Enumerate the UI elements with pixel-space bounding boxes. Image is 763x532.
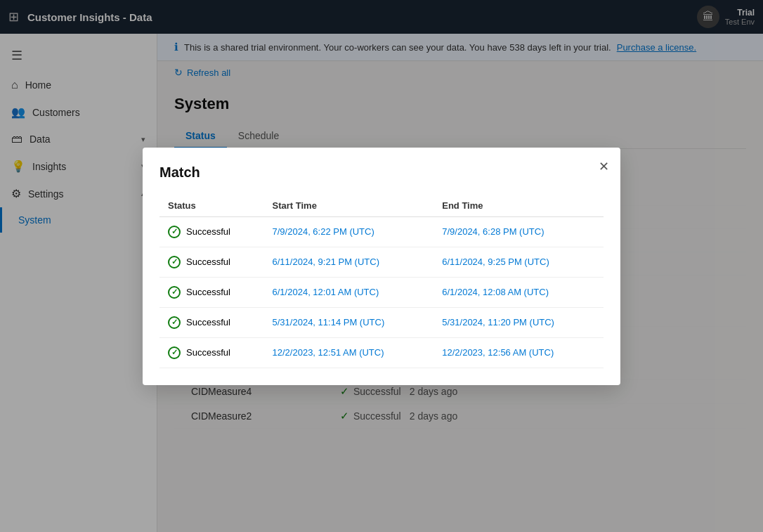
modal-table-row: ✓ Successful 7/9/2024, 6:22 PM (UTC) 7/9…	[159, 216, 604, 247]
modal-table: Status Start Time End Time ✓ Successful …	[159, 195, 604, 368]
modal-table-row: ✓ Successful 6/11/2024, 9:21 PM (UTC) 6/…	[159, 247, 604, 277]
modal-row-status-0: ✓ Successful	[159, 216, 264, 247]
modal-status-icon-2: ✓	[168, 286, 181, 299]
modal-status-label-3: Successful	[186, 317, 230, 327]
modal-status-cell-2: ✓ Successful	[168, 286, 256, 299]
modal-start-time-4: 12/2/2023, 12:51 AM (UTC)	[264, 337, 434, 368]
modal-row-status-4: ✓ Successful	[159, 337, 264, 368]
modal-status-cell-4: ✓ Successful	[168, 346, 256, 359]
modal-end-time-4: 12/2/2023, 12:56 AM (UTC)	[433, 337, 604, 368]
modal-row-status-2: ✓ Successful	[159, 277, 264, 307]
modal-table-row: ✓ Successful 12/2/2023, 12:51 AM (UTC) 1…	[159, 337, 604, 368]
modal-status-icon-1: ✓	[168, 256, 181, 268]
modal-status-label-0: Successful	[186, 226, 230, 237]
modal-start-time-0: 7/9/2024, 6:22 PM (UTC)	[264, 216, 434, 247]
modal-status-cell-1: ✓ Successful	[168, 256, 256, 268]
match-modal: Match ✕ Status Start Time End Time ✓ Suc…	[143, 148, 620, 385]
col-start-time: Start Time	[264, 195, 434, 217]
modal-end-time-2: 6/1/2024, 12:08 AM (UTC)	[433, 277, 604, 307]
modal-status-label-1: Successful	[186, 257, 230, 267]
modal-status-icon-4: ✓	[168, 346, 181, 359]
col-end-time: End Time	[433, 195, 604, 217]
modal-status-label-4: Successful	[186, 347, 230, 358]
modal-status-icon-3: ✓	[168, 316, 181, 329]
modal-start-time-2: 6/1/2024, 12:01 AM (UTC)	[264, 277, 434, 307]
modal-row-status-3: ✓ Successful	[159, 307, 264, 337]
modal-row-status-1: ✓ Successful	[159, 247, 264, 277]
modal-close-button[interactable]: ✕	[599, 159, 609, 174]
modal-status-icon-0: ✓	[168, 226, 181, 238]
modal-end-time-0: 7/9/2024, 6:28 PM (UTC)	[433, 216, 604, 247]
modal-status-cell-3: ✓ Successful	[168, 316, 256, 329]
modal-overlay[interactable]: Match ✕ Status Start Time End Time ✓ Suc…	[0, 0, 763, 532]
modal-end-time-1: 6/11/2024, 9:25 PM (UTC)	[433, 247, 604, 277]
modal-start-time-1: 6/11/2024, 9:21 PM (UTC)	[264, 247, 434, 277]
modal-table-row: ✓ Successful 6/1/2024, 12:01 AM (UTC) 6/…	[159, 277, 604, 307]
modal-status-cell-0: ✓ Successful	[168, 226, 256, 238]
col-status: Status	[159, 195, 264, 217]
modal-start-time-3: 5/31/2024, 11:14 PM (UTC)	[264, 307, 434, 337]
modal-end-time-3: 5/31/2024, 11:20 PM (UTC)	[433, 307, 604, 337]
modal-status-label-2: Successful	[186, 287, 230, 297]
modal-table-row: ✓ Successful 5/31/2024, 11:14 PM (UTC) 5…	[159, 307, 604, 337]
modal-title: Match	[159, 164, 604, 181]
